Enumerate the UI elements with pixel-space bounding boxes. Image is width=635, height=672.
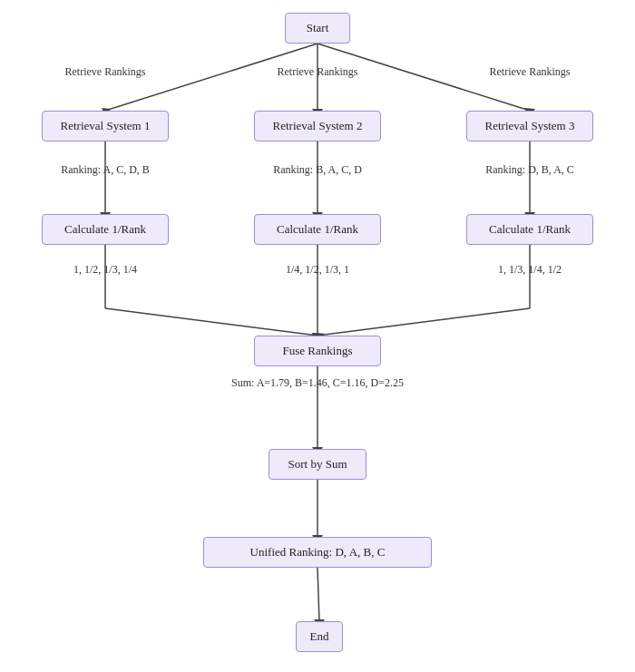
ranking-label-3: Ranking: D, B, A, C: [466, 163, 593, 177]
svg-line-18: [318, 308, 530, 336]
start-node: Start: [285, 13, 350, 44]
scores-label-1: 1, 1/2, 1/3, 1/4: [42, 263, 169, 277]
fuse-rankings-node: Fuse Rankings: [254, 336, 381, 366]
unified-ranking-node: Unified Ranking: D, A, B, C: [203, 537, 432, 568]
calculate-rank-2-node: Calculate 1/Rank: [254, 214, 381, 245]
svg-line-13: [105, 308, 318, 336]
scores-label-3: 1, 1/3, 1/4, 1/2: [466, 263, 593, 277]
scores-label-2: 1/4, 1/2, 1/3, 1: [254, 263, 381, 277]
retrieval-system-2-node: Retrieval System 2: [254, 111, 381, 141]
flowchart-diagram: Start Retrieve Rankings Retrieve Ranking…: [0, 0, 635, 672]
calculate-rank-1-node: Calculate 1/Rank: [42, 214, 169, 245]
retrieval-system-3-node: Retrieval System 3: [466, 111, 593, 141]
end-node: End: [296, 621, 343, 652]
sums-label: Sum: A=1.79, B=1.46, C=1.16, D=2.25: [181, 376, 454, 390]
sort-by-sum-node: Sort by Sum: [269, 449, 366, 480]
ranking-label-1: Ranking: A, C, D, B: [42, 163, 169, 177]
retrieve-label-3: Retrieve Rankings: [466, 65, 593, 79]
retrieval-system-1-node: Retrieval System 1: [42, 111, 169, 141]
ranking-label-2: Ranking: B, A, C, D: [254, 163, 381, 177]
retrieve-label-1: Retrieve Rankings: [42, 65, 169, 79]
retrieve-label-2: Retrieve Rankings: [254, 65, 381, 79]
calculate-rank-3-node: Calculate 1/Rank: [466, 214, 593, 245]
svg-line-24: [318, 568, 319, 621]
